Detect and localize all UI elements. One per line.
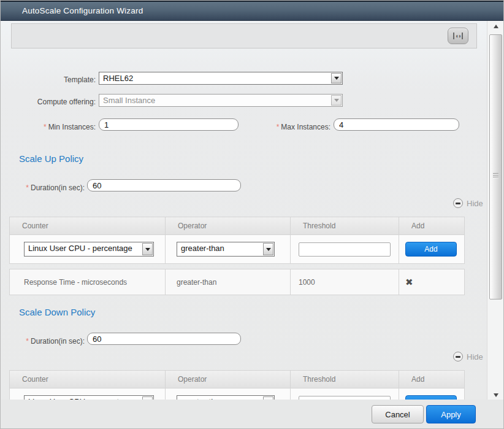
scale-up-operator-select[interactable]: greater-than [177,242,275,257]
chevron-down-icon [331,95,342,106]
template-type-panel: ◖◗ [11,23,477,48]
template-icon: ◖◗ [453,33,463,39]
dialog-footer: Cancel Apply [1,400,504,428]
condition-operator: greater-than [177,278,216,287]
template-select[interactable]: RHEL62 [99,72,343,85]
compute-offering-select-value: Small Instance [99,95,330,106]
scale-down-hide-toggle[interactable]: Hide [453,352,483,361]
scroll-up-arrow-icon[interactable] [487,23,504,31]
operator-column-header: Operator [166,217,291,235]
scale-up-add-button[interactable]: Add [405,242,457,257]
scale-up-duration-input[interactable] [87,179,241,191]
scale-down-duration-label: *Duration(in sec): [1,335,85,347]
vertical-scrollbar[interactable] [487,21,504,401]
scale-down-policy-heading: Scale Down Policy [19,307,95,317]
scroll-down-arrow-icon[interactable] [487,390,504,399]
operator-column-header: Operator [166,371,291,388]
chevron-down-icon [331,73,342,83]
chevron-down-icon [263,243,273,255]
scale-up-policy-table: Counter Operator Threshold Add Linux Use… [9,217,465,264]
minus-icon [453,352,463,361]
scale-down-duration-input[interactable] [87,333,241,345]
hide-label: Hide [467,199,483,208]
dialog-body: ◖◗ Template: RHEL62 Compute offering: Sm… [1,21,504,401]
threshold-column-header: Threshold [291,217,399,235]
scale-up-conditions-list: Response Time - microseconds greater-tha… [9,269,465,295]
autoscale-wizard-dialog: AutoScale Configuration Wizard ◖◗ Templa… [0,0,504,429]
min-instances-input[interactable] [99,118,239,131]
chevron-down-icon [142,243,153,255]
scale-up-counter-select[interactable]: Linux User CPU - percentage [24,242,154,257]
required-asterisk: * [26,184,29,192]
table-row: Response Time - microseconds greater-tha… [10,269,464,295]
scale-up-hide-toggle[interactable]: Hide [453,198,483,208]
max-instances-input[interactable] [334,118,459,131]
required-asterisk: * [26,337,29,346]
condition-counter: Response Time - microseconds [24,278,127,287]
add-column-header: Add [399,217,464,235]
counter-column-header: Counter [10,217,166,235]
dialog-titlebar: AutoScale Configuration Wizard [1,1,504,21]
compute-offering-label: Compute offering: [1,96,96,108]
scale-up-threshold-input[interactable] [299,242,391,257]
scale-down-policy-table: Counter Operator Threshold Add Linux Use… [9,370,465,401]
condition-editor-row: Linux User CPU - percentage greater-than… [10,235,464,263]
condition-editor-row: Linux User CPU - percentage greater-than… [10,388,464,401]
condition-threshold: 1000 [299,278,315,287]
required-asterisk: * [44,123,47,131]
table-header-row: Counter Operator Threshold Add [10,371,464,388]
operator-select-value: greater-than [177,242,262,256]
template-label: Template: [1,74,96,86]
min-instances-label: *Min Instances: [1,121,96,133]
required-asterisk: * [277,123,280,131]
threshold-column-header: Threshold [291,371,399,388]
add-column-header: Add [399,371,464,388]
scrollbar-thumb[interactable] [489,34,502,300]
scrollbar-grip-icon [493,173,498,179]
template-iso-toggle-button[interactable]: ◖◗ [448,28,468,44]
max-instances-label: *Max Instances: [246,121,330,133]
table-header-row: Counter Operator Threshold Add [10,217,464,235]
counter-select-value: Linux User CPU - percentage [25,242,142,256]
compute-offering-select: Small Instance [99,94,343,107]
hide-label: Hide [467,352,483,361]
scale-up-duration-label: *Duration(in sec): [1,182,85,194]
template-select-value: RHEL62 [99,72,330,84]
delete-icon[interactable]: ✖ [405,277,413,287]
apply-button[interactable]: Apply [426,405,476,423]
cancel-button[interactable]: Cancel [372,405,424,423]
scale-up-policy-heading: Scale Up Policy [19,153,83,164]
minus-icon [453,198,463,208]
counter-column-header: Counter [10,371,166,388]
dialog-title: AutoScale Configuration Wizard [22,6,143,15]
